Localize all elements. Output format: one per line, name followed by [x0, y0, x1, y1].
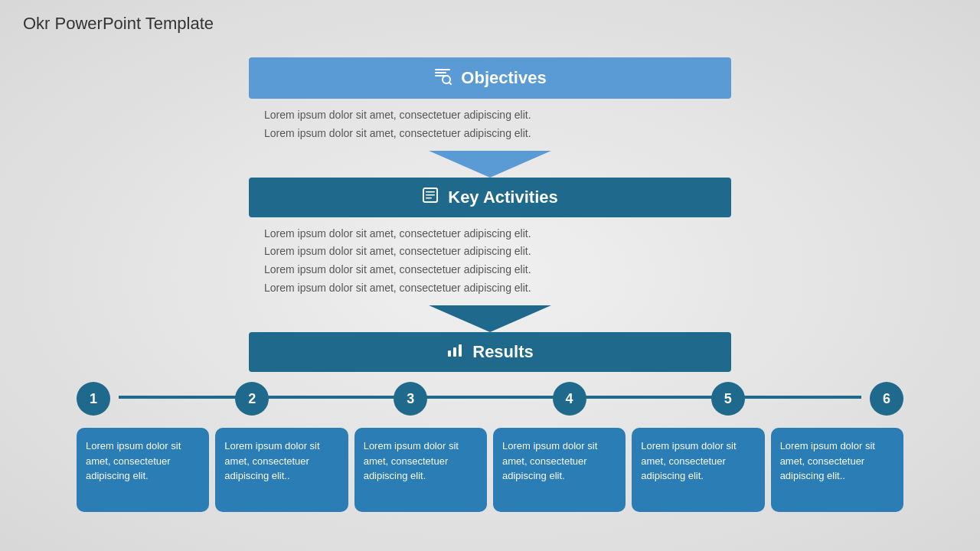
timeline-card-2: Lorem ipsum dolor sit amet, consectetuer… — [215, 428, 348, 512]
svg-rect-6 — [426, 191, 435, 193]
svg-rect-9 — [448, 350, 451, 357]
timeline-card-5: Lorem ipsum dolor sit amet, consectetuer… — [632, 428, 764, 512]
key-activities-icon — [422, 187, 439, 208]
svg-rect-8 — [426, 197, 432, 199]
results-bar: Results — [249, 332, 731, 372]
main-content: Objectives Lorem ipsum dolor sit amet, c… — [249, 57, 731, 372]
page-title: Okr PowerPoint Template — [23, 14, 214, 34]
timeline-dot-5: 5 — [711, 382, 745, 416]
timeline-dot-2: 2 — [235, 382, 269, 416]
timeline-dot-1: 1 — [77, 382, 110, 416]
svg-rect-1 — [435, 72, 446, 73]
svg-line-4 — [449, 83, 451, 84]
timeline-card-3: Lorem ipsum dolor sit amet, consectetuer… — [354, 428, 487, 512]
timeline-card-4: Lorem ipsum dolor sit amet, consectetuer… — [493, 428, 626, 512]
timeline-dot-6: 6 — [870, 382, 903, 416]
objectives-label: Objectives — [461, 68, 546, 88]
timeline-dot-3: 3 — [394, 382, 427, 416]
timeline: 1 2 3 4 5 6 Lorem ipsum dolor sit amet, … — [77, 379, 903, 512]
key-activities-label: Key Activities — [448, 187, 557, 207]
results-icon — [446, 341, 463, 363]
svg-rect-11 — [459, 344, 462, 357]
objectives-text: Lorem ipsum dolor sit amet, consectetuer… — [249, 99, 731, 143]
svg-rect-10 — [453, 347, 456, 357]
timeline-card-1: Lorem ipsum dolor sit amet, consectetuer… — [77, 428, 209, 512]
key-activities-bar: Key Activities — [249, 178, 731, 217]
objectives-arrow — [429, 151, 551, 178]
timeline-numbers: 1 2 3 4 5 6 — [77, 382, 903, 416]
objectives-bar: Objectives — [249, 57, 731, 99]
svg-rect-0 — [435, 69, 450, 70]
timeline-dot-4: 4 — [553, 382, 586, 416]
svg-rect-7 — [426, 194, 435, 196]
activities-text: Lorem ipsum dolor sit amet, consectetuer… — [249, 217, 731, 298]
objectives-icon — [433, 67, 452, 90]
timeline-card-6: Lorem ipsum dolor sit amet, consectetuer… — [771, 428, 903, 512]
results-label: Results — [472, 342, 533, 362]
activities-arrow — [429, 305, 551, 332]
timeline-cards: Lorem ipsum dolor sit amet, consectetuer… — [77, 428, 903, 512]
